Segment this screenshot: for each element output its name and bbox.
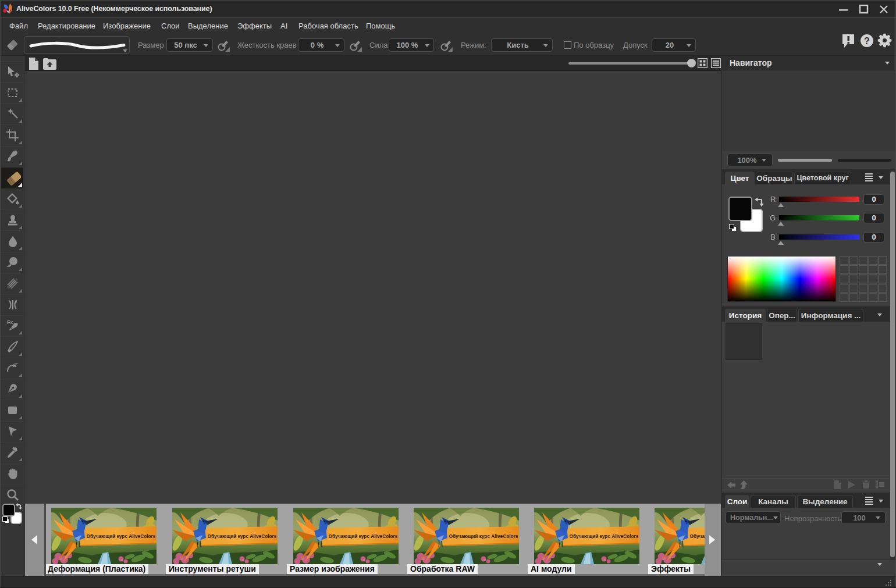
svg-text:Fx: Fx (7, 319, 13, 325)
svg-text:T: T (14, 362, 18, 368)
svg-text:?: ? (864, 36, 870, 46)
